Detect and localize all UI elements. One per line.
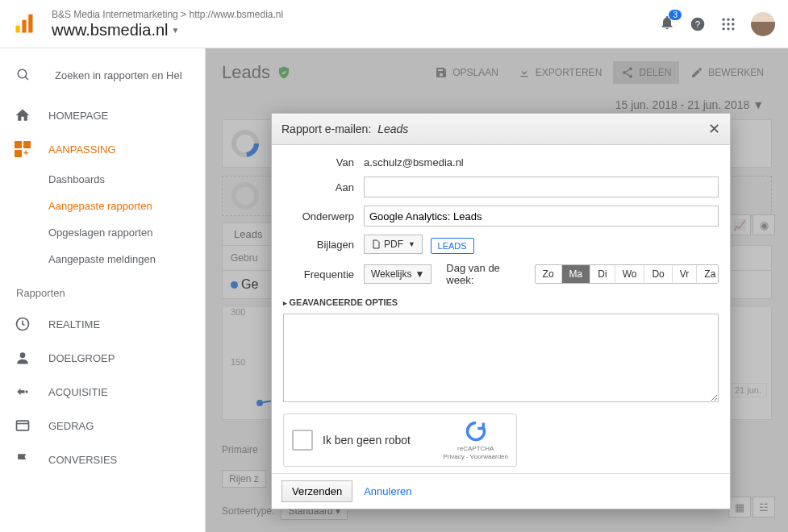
- search-input[interactable]: Zoeken in rapporten en Hel: [0, 60, 205, 98]
- svg-point-8: [723, 23, 725, 25]
- clock-icon: [15, 316, 31, 332]
- nav-doelgroep[interactable]: DOELGROEP: [0, 341, 205, 375]
- svg-point-9: [727, 23, 729, 25]
- svg-point-12: [727, 27, 729, 30]
- dow-do[interactable]: Do: [644, 265, 672, 283]
- rapporten-section-label: Rapporten: [0, 272, 205, 307]
- help-icon[interactable]: ?: [690, 16, 706, 32]
- svg-point-6: [727, 18, 729, 20]
- nav-conversies[interactable]: CONVERSIES: [0, 443, 205, 476]
- svg-rect-2: [28, 14, 32, 32]
- nav-homepage[interactable]: HOMEPAGE: [0, 98, 205, 132]
- recaptcha-icon: [465, 420, 487, 443]
- subnav-aangepaste-rapporten[interactable]: Aangepaste rapporten: [48, 193, 205, 219]
- message-textarea[interactable]: [283, 314, 719, 402]
- search-icon: [16, 68, 31, 82]
- account-switcher[interactable]: B&S Media Internetmarketing > http://www…: [52, 8, 283, 39]
- day-of-week-group: Zo Ma Di Wo Do Vr Za: [535, 264, 719, 284]
- recaptcha[interactable]: Ik ben geen robot reCAPTCHA Privacy - Vo…: [283, 414, 517, 467]
- advanced-options-toggle[interactable]: GEAVANCEERDE OPTIES: [283, 294, 719, 314]
- to-input[interactable]: [364, 177, 719, 197]
- nav-aanpassing[interactable]: AANPASSING: [0, 132, 205, 166]
- svg-point-10: [732, 23, 734, 25]
- subnav-opgeslagen-rapporten[interactable]: Opgeslagen rapporten: [48, 219, 205, 246]
- attachments-label: Bijlagen: [283, 239, 364, 251]
- notifications-button[interactable]: 3: [659, 15, 675, 34]
- subject-input[interactable]: [364, 206, 719, 227]
- svg-point-14: [18, 69, 27, 78]
- svg-point-11: [723, 27, 725, 30]
- avatar[interactable]: [751, 12, 775, 36]
- recaptcha-checkbox[interactable]: [292, 430, 313, 451]
- apps-icon[interactable]: [720, 16, 736, 32]
- search-placeholder: Zoeken in rapporten en Hel: [55, 69, 182, 81]
- acquisition-icon: [15, 384, 31, 400]
- frequency-select[interactable]: Wekelijks▼: [364, 264, 432, 284]
- frequency-label: Frequentie: [283, 268, 364, 281]
- flag-icon: [15, 451, 31, 468]
- dow-vr[interactable]: Vr: [673, 265, 698, 283]
- from-label: Van: [283, 156, 364, 168]
- breadcrumb: B&S Media Internetmarketing > http://www…: [52, 8, 283, 21]
- svg-rect-19: [17, 421, 29, 430]
- nav-realtime[interactable]: REALTIME: [0, 307, 205, 341]
- svg-point-13: [732, 27, 734, 30]
- svg-point-5: [723, 18, 725, 20]
- ga-logo-icon: [13, 13, 35, 35]
- pdf-icon: [371, 239, 381, 249]
- modal-header: Rapport e-mailen: Leads ✕: [272, 114, 730, 145]
- svg-point-17: [20, 352, 26, 358]
- dow-za[interactable]: Za: [697, 265, 719, 283]
- dow-ma[interactable]: Ma: [562, 265, 591, 283]
- customization-icon: [15, 141, 31, 157]
- close-button[interactable]: ✕: [708, 120, 720, 138]
- svg-rect-0: [16, 25, 20, 32]
- svg-point-7: [732, 18, 734, 20]
- email-report-modal: Rapport e-mailen: Leads ✕ Van a.schulz@b…: [271, 113, 731, 509]
- subnav-aangepaste-meldingen[interactable]: Aangepaste meldingen: [48, 246, 205, 272]
- svg-point-18: [25, 390, 27, 393]
- attachment-format-select[interactable]: PDF▼: [364, 235, 423, 254]
- dow-zo[interactable]: Zo: [536, 265, 562, 283]
- from-value: a.schulz@bsmedia.nl: [364, 156, 719, 168]
- send-button[interactable]: Verzenden: [281, 480, 352, 502]
- subnav-dashboards[interactable]: Dashboards: [48, 166, 205, 193]
- nav-acquisitie[interactable]: ACQUISITIE: [0, 375, 205, 409]
- caret-down-icon: ▼: [172, 26, 180, 35]
- dow-di[interactable]: Di: [590, 265, 615, 283]
- nav-gedrag[interactable]: GEDRAG: [0, 409, 205, 443]
- top-bar: B&S Media Internetmarketing > http://www…: [0, 0, 788, 48]
- svg-line-15: [25, 77, 28, 80]
- cancel-link[interactable]: Annuleren: [364, 485, 411, 497]
- recaptcha-brand: reCAPTCHA Privacy - Voorwaarden: [444, 420, 508, 461]
- attachment-tag: LEADS: [431, 238, 474, 254]
- svg-rect-1: [22, 19, 26, 32]
- behavior-icon: [15, 418, 31, 434]
- dow-wo[interactable]: Wo: [615, 265, 645, 283]
- home-icon: [15, 107, 31, 123]
- svg-text:?: ?: [695, 19, 701, 29]
- dow-label: Dag van de week:: [446, 262, 527, 286]
- to-label: Aan: [283, 181, 364, 193]
- domain-title: www.bsmedia.nl▼: [52, 21, 283, 39]
- person-icon: [15, 350, 31, 366]
- sidebar: Zoeken in rapporten en Hel HOMEPAGE AANP…: [0, 48, 206, 532]
- recaptcha-label: Ik ben geen robot: [323, 434, 444, 447]
- notifications-badge: 3: [669, 10, 682, 20]
- subject-label: Onderwerp: [283, 210, 364, 222]
